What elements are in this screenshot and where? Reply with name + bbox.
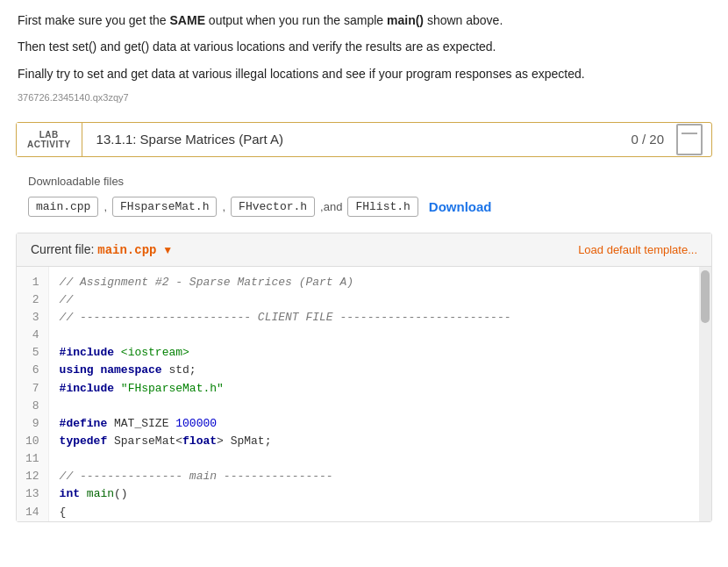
lab-label-bottom: ACTIVITY bbox=[27, 140, 71, 149]
file-sep-1: , bbox=[103, 200, 107, 213]
line-numbers: 1 2 3 4 5 6 7 8 9 10 11 12 13 14 15 16 1… bbox=[17, 267, 49, 521]
lab-activity-title: 13.1.1: Sparse Matrices (Part A) bbox=[82, 123, 619, 155]
instruction-line-3: Finally try to set and get data at vario… bbox=[18, 64, 710, 83]
lab-activity-label: LAB ACTIVITY bbox=[17, 123, 82, 156]
lab-activity-score: 0 / 20 bbox=[618, 123, 676, 155]
file-sep-2: , bbox=[222, 200, 225, 213]
lab-label-top: LAB bbox=[39, 130, 59, 140]
files-row: main.cpp , FHsparseMat.h , FHvector.h ,a… bbox=[28, 197, 700, 217]
dropdown-arrow-icon[interactable]: ▼ bbox=[162, 244, 173, 256]
instruction-line-1: First make sure you get the SAME output … bbox=[18, 11, 710, 30]
scrollbar-area[interactable] bbox=[699, 267, 711, 521]
file-chip-fhsparsemat: FHsparseMat.h bbox=[112, 197, 217, 217]
downloadable-label: Downloadable files bbox=[28, 175, 700, 188]
download-button[interactable]: Download bbox=[429, 199, 492, 214]
load-template-link[interactable]: Load default template... bbox=[578, 243, 697, 256]
code-panel-header: Current file: main.cpp ▼ Load default te… bbox=[17, 233, 711, 267]
file-sep-3: ,and bbox=[320, 200, 342, 213]
current-file-name[interactable]: main.cpp bbox=[97, 243, 156, 257]
file-chip-fhvector: FHvector.h bbox=[231, 197, 315, 217]
current-file-row: Current file: main.cpp ▼ bbox=[31, 242, 173, 257]
instruction-line-2: Then test set() and get() data at variou… bbox=[18, 37, 710, 56]
lab-activity-bar: LAB ACTIVITY 13.1.1: Sparse Matrices (Pa… bbox=[16, 122, 712, 157]
code-editor-wrapper: 1 2 3 4 5 6 7 8 9 10 11 12 13 14 15 16 1… bbox=[17, 267, 711, 521]
lab-activity-flag bbox=[676, 124, 703, 155]
code-content[interactable]: // Assignment #2 - Sparse Matrices (Part… bbox=[49, 267, 699, 521]
downloadable-section: Downloadable files main.cpp , FHsparseMa… bbox=[16, 166, 712, 226]
file-chip-fhlist: FHlist.h bbox=[347, 197, 418, 217]
current-file-prefix: Current file: bbox=[31, 242, 94, 256]
scrollbar-thumb[interactable] bbox=[701, 270, 710, 323]
code-panel: Current file: main.cpp ▼ Load default te… bbox=[16, 233, 712, 522]
top-text-section: First make sure you get the SAME output … bbox=[0, 0, 728, 113]
file-chip-main-cpp: main.cpp bbox=[28, 197, 98, 217]
tracking-id: 376726.2345140.qx3zqy7 bbox=[18, 90, 710, 106]
